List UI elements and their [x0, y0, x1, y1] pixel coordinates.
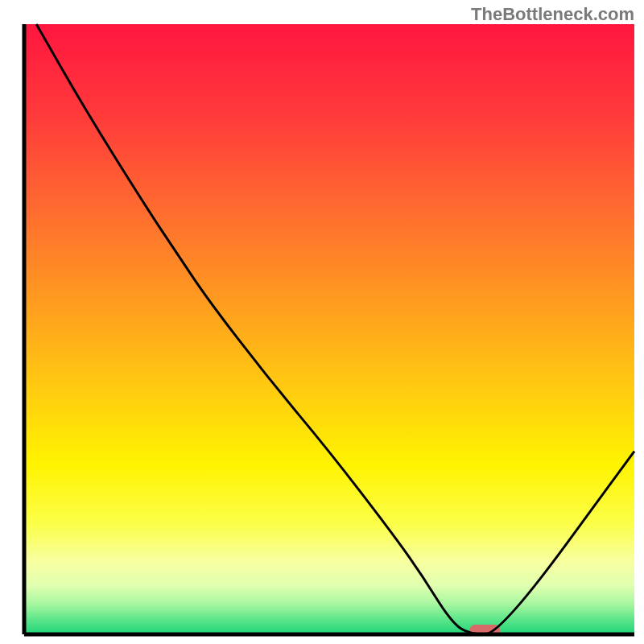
plot-background	[24, 24, 634, 634]
watermark-text: TheBottleneck.com	[471, 4, 634, 25]
chart-container: TheBottleneck.com	[0, 0, 644, 644]
bottleneck-chart	[0, 0, 644, 644]
